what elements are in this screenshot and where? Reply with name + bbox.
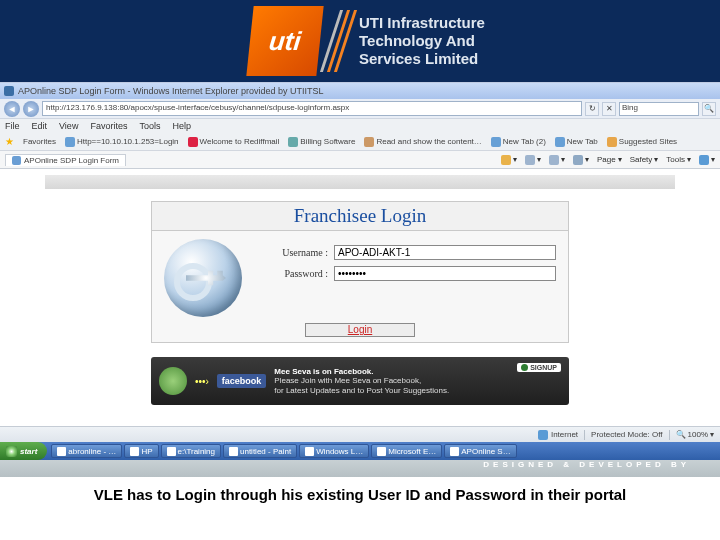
logo-slashes (330, 10, 347, 72)
top-grey-strip (45, 175, 675, 189)
facebook-banner[interactable]: •••› facebook Mee Seva is on Facebook. P… (151, 357, 569, 405)
print-icon (573, 155, 583, 165)
taskbar-item[interactable]: abronline - … (51, 444, 122, 458)
mail-button[interactable]: ▾ (549, 155, 565, 165)
forward-button[interactable]: ► (23, 101, 39, 117)
taskbar-item[interactable]: Microsoft E… (371, 444, 442, 458)
home-button[interactable]: ▾ (501, 155, 517, 165)
favorites-label[interactable]: Favorites (23, 137, 56, 146)
safety-menu[interactable]: Safety ▾ (630, 155, 659, 165)
ie-icon (4, 86, 14, 96)
page-menu[interactable]: Page ▾ (597, 155, 622, 165)
page-content: Franchisee Login Username : Password : L… (0, 169, 720, 460)
favlink-4[interactable]: Read and show the content… (364, 137, 481, 147)
favlink-6[interactable]: New Tab (555, 137, 598, 147)
password-input[interactable] (334, 266, 556, 281)
favlink-5[interactable]: New Tab (2) (491, 137, 546, 147)
windows-taskbar: start abronline - … HP e:\Training untit… (0, 442, 720, 460)
url-input[interactable]: http://123.176.9.138:80/apocx/spuse-inte… (42, 101, 582, 116)
favorites-bar: ★ Favorites Http==10.10.10.1.253=Login W… (0, 133, 720, 151)
window-titlebar: APOnline SDP Login Form - Windows Intern… (0, 83, 720, 99)
company-line1: UTI Infrastructure (359, 14, 485, 32)
uti-logo: uti (246, 6, 323, 76)
menu-tools[interactable]: Tools (139, 121, 160, 131)
favlink-7[interactable]: Suggested Sites (607, 137, 677, 147)
help-icon (699, 155, 709, 165)
login-button[interactable]: Login (305, 323, 415, 337)
zoom-control[interactable]: 🔍 100% ▾ (676, 430, 714, 439)
tools-menu[interactable]: Tools ▾ (666, 155, 691, 165)
favlink-3[interactable]: Billing Software (288, 137, 355, 147)
menu-bar: File Edit View Favorites Tools Help (0, 119, 720, 133)
tab-label: APOnline SDP Login Form (24, 156, 119, 165)
window-title: APOnline SDP Login Form - Windows Intern… (18, 86, 323, 96)
address-bar: ◄ ► http://123.176.9.138:80/apocx/spuse-… (0, 99, 720, 119)
favlink-2[interactable]: Welcome to Rediffmail (188, 137, 280, 147)
login-title: Franchisee Login (152, 202, 568, 231)
arrow-dots-icon: •••› (195, 376, 209, 387)
ie-statusbar: Internet Protected Mode: Off 🔍 100% ▾ (0, 426, 720, 442)
menu-favorites[interactable]: Favorites (90, 121, 127, 131)
search-button[interactable]: 🔍 (702, 102, 716, 116)
back-button[interactable]: ◄ (4, 101, 20, 117)
login-panel: Franchisee Login Username : Password : L… (151, 201, 569, 343)
feeds-icon (525, 155, 535, 165)
taskbar-item[interactable]: e:\Training (161, 444, 222, 458)
home-icon (501, 155, 511, 165)
menu-help[interactable]: Help (172, 121, 191, 131)
favlink-1[interactable]: Http==10.10.10.1.253=Login (65, 137, 179, 147)
menu-file[interactable]: File (5, 121, 20, 131)
security-zone[interactable]: Internet (538, 430, 578, 440)
username-input[interactable] (334, 245, 556, 260)
company-name: UTI Infrastructure Technology And Servic… (359, 14, 485, 68)
search-input[interactable]: Bing (619, 102, 699, 116)
password-label: Password : (256, 268, 328, 279)
taskbar-item[interactable]: APOnline S… (444, 444, 516, 458)
start-orb-icon (6, 446, 17, 457)
uti-logo-text: uti (267, 26, 302, 57)
facebook-text: Mee Seva is on Facebook. Please Join wit… (274, 367, 449, 396)
feeds-button[interactable]: ▾ (525, 155, 541, 165)
slide-header: uti UTI Infrastructure Technology And Se… (0, 0, 720, 82)
taskbar-item[interactable]: Windows L… (299, 444, 369, 458)
meeseva-icon (159, 367, 187, 395)
company-line2: Technology And (359, 32, 485, 50)
favorites-star-icon[interactable]: ★ (5, 136, 14, 147)
caption-text: VLE has to Login through his existing Us… (94, 486, 627, 503)
start-button[interactable]: start (0, 442, 47, 460)
stop-button[interactable]: ✕ (602, 102, 616, 116)
taskbar-item[interactable]: untitled - Paint (223, 444, 297, 458)
facebook-logo: facebook (217, 374, 267, 388)
help-button[interactable]: ▾ (699, 155, 715, 165)
active-tab[interactable]: APOnline SDP Login Form (5, 154, 126, 166)
globe-icon (538, 430, 548, 440)
menu-edit[interactable]: Edit (32, 121, 48, 131)
protected-mode: Protected Mode: Off (591, 430, 662, 439)
username-label: Username : (256, 247, 328, 258)
signup-badge[interactable]: SIGNUP (517, 363, 561, 372)
key-icon (164, 239, 242, 317)
company-line3: Services Limited (359, 50, 485, 68)
tab-row: APOnline SDP Login Form ▾ ▾ ▾ ▾ Page ▾ S… (0, 151, 720, 169)
page-icon (12, 156, 21, 165)
print-button[interactable]: ▾ (573, 155, 589, 165)
taskbar-item[interactable]: HP (124, 444, 158, 458)
menu-view[interactable]: View (59, 121, 78, 131)
mail-icon (549, 155, 559, 165)
browser-window: APOnline SDP Login Form - Windows Intern… (0, 82, 720, 460)
refresh-button[interactable]: ↻ (585, 102, 599, 116)
